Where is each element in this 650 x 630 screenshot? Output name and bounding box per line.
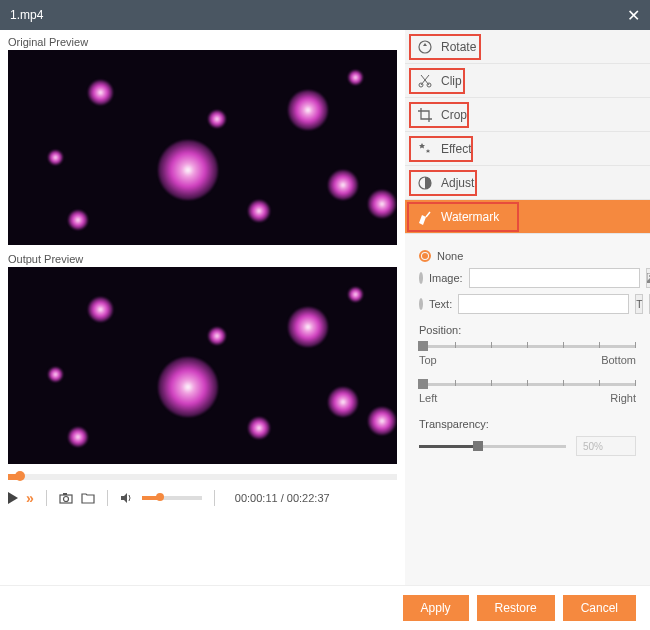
watermark-icon [417,209,433,225]
play-icon[interactable] [8,492,18,504]
folder-icon[interactable] [81,492,95,504]
footer: Apply Restore Cancel [0,585,650,630]
position-label: Position: [419,324,636,336]
radio-image-label: Image: [429,272,463,284]
volume-slider[interactable] [142,496,202,500]
cancel-button[interactable]: Cancel [563,595,636,621]
snapshot-icon[interactable] [59,492,73,504]
fast-forward-icon[interactable]: » [26,490,34,506]
current-time: 00:00:11 [235,492,278,504]
tab-adjust[interactable]: Adjust [405,166,650,200]
tab-effect-label: Effect [441,142,471,156]
radio-none[interactable] [419,250,431,262]
tab-watermark[interactable]: Watermark [405,200,650,234]
close-icon[interactable]: ✕ [627,6,640,25]
tab-rotate[interactable]: Rotate [405,30,650,64]
titlebar: 1.mp4 ✕ [0,0,650,30]
svg-point-1 [63,497,68,502]
browse-image-icon[interactable] [646,268,650,288]
restore-button[interactable]: Restore [477,595,555,621]
text-input[interactable] [458,294,629,314]
effect-icon [417,141,433,157]
text-style-icon[interactable]: T [635,294,643,314]
window-title: 1.mp4 [10,8,43,22]
output-preview [8,267,397,464]
watermark-panel: None Image: Text: T ▦ Position: [405,234,650,466]
position-horizontal-slider[interactable] [419,380,636,388]
pos-bottom-label: Bottom [601,354,636,366]
tab-rotate-label: Rotate [441,40,476,54]
volume-icon[interactable] [120,492,134,504]
clip-icon [417,73,433,89]
transparency-slider[interactable] [419,442,566,450]
radio-text-label: Text: [429,298,452,310]
tab-adjust-label: Adjust [441,176,474,190]
output-preview-label: Output Preview [8,251,397,267]
position-vertical-slider[interactable] [419,342,636,350]
tab-clip-label: Clip [441,74,462,88]
image-path-input[interactable] [469,268,640,288]
pos-top-label: Top [419,354,437,366]
transparency-spinner[interactable]: 50% [576,436,636,456]
tab-clip[interactable]: Clip [405,64,650,98]
tab-effect[interactable]: Effect [405,132,650,166]
adjust-icon [417,175,433,191]
radio-image[interactable] [419,272,423,284]
apply-button[interactable]: Apply [403,595,469,621]
total-time: 00:22:37 [287,492,330,504]
original-preview [8,50,397,245]
tab-watermark-label: Watermark [441,210,499,224]
pos-left-label: Left [419,392,437,404]
radio-text[interactable] [419,298,423,310]
svg-point-3 [419,41,431,53]
seek-thumb[interactable] [15,471,25,481]
tab-crop-label: Crop [441,108,467,122]
tab-crop[interactable]: Crop [405,98,650,132]
rotate-icon [417,39,433,55]
crop-icon [417,107,433,123]
seek-bar[interactable] [8,474,397,480]
svg-rect-2 [63,493,67,495]
transparency-label: Transparency: [419,418,636,430]
pos-right-label: Right [610,392,636,404]
original-preview-label: Original Preview [8,34,397,50]
time-display: 00:00:11 / 00:22:37 [235,492,330,504]
radio-none-label: None [437,250,463,262]
